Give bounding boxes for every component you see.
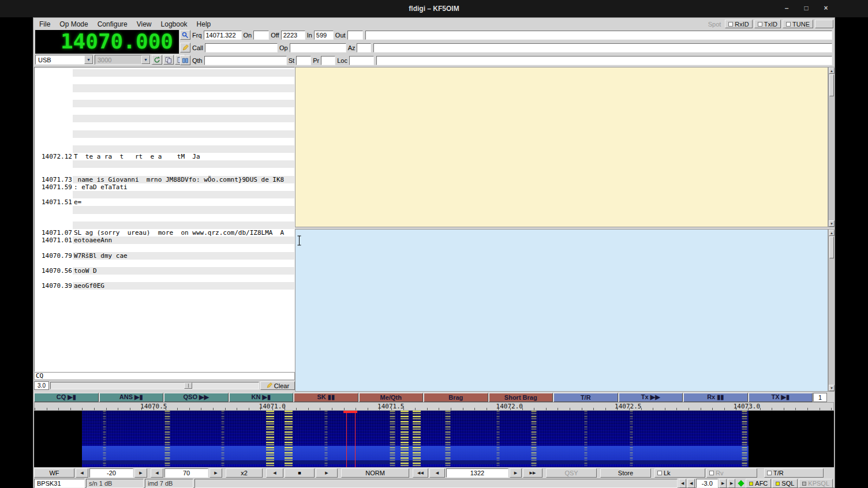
menu-item-help[interactable]: Help xyxy=(192,19,216,29)
tune-button[interactable]: TUNE xyxy=(783,20,813,28)
browser-row[interactable]: 14070.56tooW D xyxy=(35,267,294,275)
waterfall-cursor[interactable] xyxy=(343,411,357,413)
bandwidth-select[interactable]: 3000 ▼ xyxy=(95,55,151,65)
lower-db-value[interactable]: -20 xyxy=(89,468,133,478)
browser-row[interactable] xyxy=(35,191,294,198)
macro-button-12[interactable]: TX ▶▮ xyxy=(749,393,813,402)
browser-row[interactable]: 14070.39aeoGf0EG xyxy=(35,282,294,290)
browser-row[interactable] xyxy=(35,84,294,92)
macro-button-2[interactable]: ANS ▶▮ xyxy=(99,393,164,402)
az-input[interactable] xyxy=(357,43,371,52)
browser-row[interactable] xyxy=(35,130,294,138)
rx-scrollbar-track[interactable] xyxy=(829,97,835,220)
squelch-level-value[interactable]: -3.0 xyxy=(696,479,718,488)
stop-button[interactable]: ■ xyxy=(285,468,315,478)
slider-thumb[interactable] xyxy=(184,382,192,389)
squelch-last-button[interactable]: ▶ xyxy=(728,479,735,488)
range-increase-button[interactable]: ▶ xyxy=(209,468,222,478)
dropdown-icon[interactable]: ▼ xyxy=(141,55,150,64)
close-icon[interactable]: × xyxy=(820,3,832,13)
tx-scrollbar[interactable]: ▲ ▼ xyxy=(828,229,835,392)
sideband-select[interactable]: USB ▼ xyxy=(35,55,93,65)
rx-text-area[interactable] xyxy=(295,67,828,227)
browser-row[interactable]: 14071.73 name is Giovanni mrno JM88DVfo:… xyxy=(35,176,294,183)
clear-button[interactable]: Clear xyxy=(260,381,295,390)
rxid-button[interactable]: RxID xyxy=(725,20,752,28)
loc-input[interactable] xyxy=(349,56,374,65)
tr-checkbox[interactable]: T/R xyxy=(764,468,824,478)
qth-input[interactable] xyxy=(204,56,287,65)
seek-fast-right-button[interactable]: ▶▶ xyxy=(523,468,542,478)
scroll-down-icon[interactable]: ▼ xyxy=(829,385,835,391)
copy-button[interactable] xyxy=(163,55,174,65)
rst-in-input[interactable]: 599 xyxy=(314,31,334,40)
call-input[interactable] xyxy=(205,43,278,52)
browser-row[interactable] xyxy=(35,115,294,122)
time-on-input[interactable] xyxy=(253,31,269,40)
clear-log-button[interactable] xyxy=(180,43,190,52)
menu-item-op-mode[interactable]: Op Mode xyxy=(55,19,92,29)
macro-button-4[interactable]: KN ▶▮ xyxy=(229,393,294,402)
sql-button[interactable]: SQL xyxy=(772,479,798,488)
browser-row[interactable]: 14070.79W7RšBl dmy cae xyxy=(35,252,294,260)
macro-button-8[interactable]: Short Brag xyxy=(489,393,553,402)
browser-row[interactable] xyxy=(35,260,294,267)
reverse-checkbox[interactable]: Rv xyxy=(706,468,757,478)
seek-fast-left-button[interactable]: ◀◀ xyxy=(413,468,428,478)
scroll-up-icon[interactable]: ▲ xyxy=(829,67,835,74)
scroll-up-icon[interactable]: ▲ xyxy=(829,230,835,236)
macro-button-9[interactable]: T/R xyxy=(553,393,618,402)
notes-input-2[interactable] xyxy=(373,43,832,52)
squelch-increase-button[interactable]: ▶ xyxy=(719,479,727,488)
browser-row[interactable]: 14071.51e= xyxy=(35,198,294,206)
qrz-lookup-button[interactable] xyxy=(180,30,190,40)
tx-scrollbar-track[interactable] xyxy=(829,259,835,385)
st-input[interactable] xyxy=(296,56,311,65)
center-frequency-value[interactable]: 1322 xyxy=(446,468,508,478)
menu-item-logbook[interactable]: Logbook xyxy=(156,19,192,29)
rx-scrollbar[interactable]: ▲ ▼ xyxy=(828,67,835,227)
browser-row[interactable] xyxy=(35,107,294,115)
rst-out-input[interactable] xyxy=(347,31,363,40)
kpsql-button[interactable]: KPSQL xyxy=(799,479,833,488)
macro-button-1[interactable]: CQ ▶▮ xyxy=(34,393,99,402)
dropdown-icon[interactable]: ▼ xyxy=(84,55,93,64)
browser-row[interactable] xyxy=(35,244,294,251)
maximize-icon[interactable]: □ xyxy=(800,3,813,13)
macro-button-7[interactable]: Brag xyxy=(424,393,488,402)
qsy-button[interactable]: QSY xyxy=(546,468,597,478)
waterfall-display[interactable] xyxy=(34,411,834,467)
browser-row[interactable] xyxy=(35,122,294,130)
lower-db-decrease-button[interactable]: ◀ xyxy=(76,468,88,478)
macro-button-3[interactable]: QSO ▶▶ xyxy=(164,393,229,402)
spot-button[interactable]: Spot xyxy=(708,21,721,28)
browser-row[interactable] xyxy=(35,214,294,222)
macro-button-11[interactable]: Rx ▮▮ xyxy=(683,393,748,402)
book-button[interactable] xyxy=(180,55,190,65)
lower-db-increase-button[interactable]: ▶ xyxy=(134,468,147,478)
txid-button[interactable]: TxID xyxy=(754,20,781,28)
browser-row[interactable] xyxy=(35,138,294,145)
browser-row[interactable] xyxy=(35,160,294,168)
scroll-down-icon[interactable]: ▼ xyxy=(829,220,835,227)
browser-row[interactable]: 14071.59: eTaD eTaTati xyxy=(35,183,294,191)
lock-checkbox[interactable]: Lk xyxy=(654,468,705,478)
range-value[interactable]: 70 xyxy=(164,468,208,478)
browser-row[interactable]: 14072.12T te a ra t rt e a tM Ja xyxy=(35,153,294,160)
menu-item-file[interactable]: File xyxy=(35,19,55,29)
mode-status[interactable]: BPSK31 xyxy=(34,479,85,488)
shift-right-button[interactable]: ▶ xyxy=(316,468,338,478)
macro-button-5[interactable]: SK ▮▮ xyxy=(294,393,358,402)
tx-scrollbar-thumb[interactable] xyxy=(829,237,834,258)
macro-button-6[interactable]: Me/Qth xyxy=(359,393,424,402)
browser-row[interactable] xyxy=(35,168,294,175)
time-off-input[interactable]: 2223 xyxy=(281,31,305,40)
browser-row[interactable] xyxy=(35,222,294,229)
menu-item-view[interactable]: View xyxy=(132,19,156,29)
op-input[interactable] xyxy=(290,43,346,52)
macro-set-number[interactable]: 1 xyxy=(813,393,827,402)
notes-input-3[interactable] xyxy=(376,56,832,65)
frequency-display[interactable]: 14070.000 xyxy=(35,30,179,54)
tx-text-area[interactable] xyxy=(295,229,828,392)
browser-row[interactable] xyxy=(35,100,294,107)
